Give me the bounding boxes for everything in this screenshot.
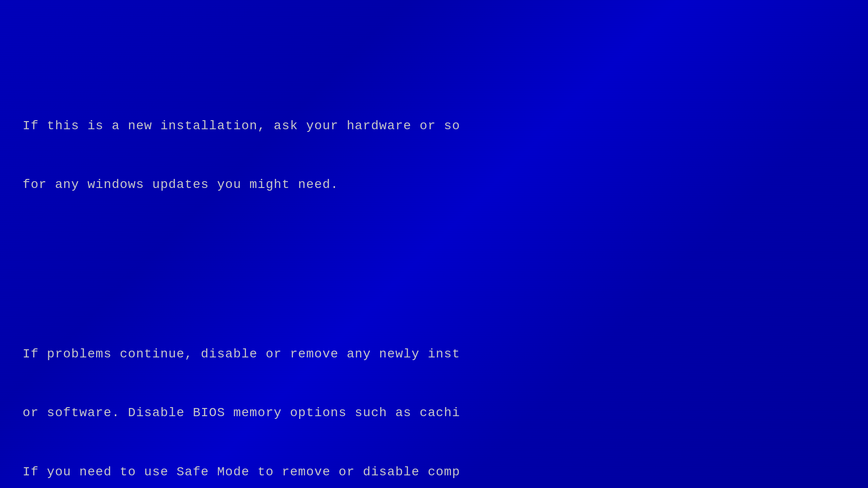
line-problems-continue: If problems continue, disable or remove … — [23, 344, 845, 364]
line-safe-mode-remove: If you need to use Safe Mode to remove o… — [23, 462, 845, 482]
bsod-content: If this is a new installation, ask your … — [23, 18, 845, 488]
bsod-screen: If this is a new installation, ask your … — [0, 0, 868, 488]
header-section: If this is a new installation, ask your … — [23, 77, 845, 234]
line-disable-bios: or software. Disable BIOS memory options… — [23, 403, 845, 422]
line-new-install: If this is a new installation, ask your … — [23, 116, 845, 136]
line-windows-updates: for any windows updates you might need. — [23, 175, 845, 194]
problems-section: If problems continue, disable or remove … — [23, 305, 845, 488]
